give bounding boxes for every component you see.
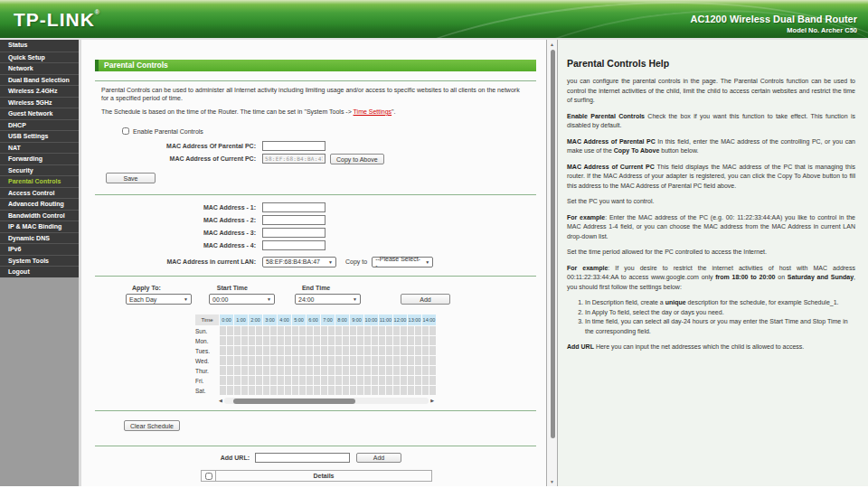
schedule-cell[interactable] [314,386,320,395]
schedule-cell[interactable] [249,386,255,395]
schedule-cell[interactable] [328,366,335,375]
schedule-cell[interactable] [249,346,255,355]
schedule-cell[interactable] [249,366,255,375]
schedule-cell[interactable] [429,336,436,345]
grid-scrollbar[interactable]: ◀ ▶ [219,398,434,404]
schedule-cell[interactable] [343,336,349,345]
sidebar-item-dual-band-selection[interactable]: Dual Band Selection [0,74,79,86]
schedule-cell[interactable] [372,356,378,365]
schedule-cell[interactable] [415,356,421,365]
schedule-cell[interactable] [270,356,277,365]
schedule-cell[interactable] [386,366,392,375]
schedule-cell[interactable] [321,346,327,355]
apply-to-select[interactable]: Each Day▼ [126,294,192,305]
schedule-cell[interactable] [408,356,414,365]
schedule-cell[interactable] [393,366,400,375]
schedule-cell[interactable] [401,336,407,345]
add-url-button[interactable]: Add [356,453,401,463]
schedule-cell[interactable] [285,366,291,375]
schedule-cell[interactable] [270,376,277,385]
sidebar-item-quick-setup[interactable]: Quick Setup [0,52,79,63]
schedule-cell[interactable] [292,356,298,365]
schedule-cell[interactable] [241,326,248,335]
schedule-cell[interactable] [227,376,233,385]
schedule-cell[interactable] [256,336,262,345]
schedule-cell[interactable] [401,356,407,365]
schedule-cell[interactable] [328,356,335,365]
schedule-cell[interactable] [249,356,255,365]
schedule-cell[interactable] [241,376,248,385]
schedule-cell[interactable] [234,366,241,375]
schedule-cell[interactable] [343,386,349,395]
schedule-cell[interactable] [263,366,269,375]
schedule-cell[interactable] [314,346,320,355]
schedule-cell[interactable] [314,336,320,345]
schedule-cell[interactable] [350,376,356,385]
schedule-cell[interactable] [335,376,342,385]
schedule-cell[interactable] [429,356,436,365]
schedule-cell[interactable] [278,376,284,385]
schedule-cell[interactable] [263,336,269,345]
schedule-cell[interactable] [422,336,429,345]
schedule-cell[interactable] [285,376,291,385]
schedule-cell[interactable] [220,386,226,395]
schedule-cell[interactable] [372,336,378,345]
schedule-cell[interactable] [234,376,241,385]
schedule-cell[interactable] [393,336,400,345]
schedule-cell[interactable] [285,356,291,365]
schedule-cell[interactable] [249,326,255,335]
schedule-cell[interactable] [408,326,414,335]
schedule-cell[interactable] [393,386,400,395]
schedule-cell[interactable] [335,346,342,355]
time-settings-link[interactable]: Time Settings [354,108,392,115]
schedule-cell[interactable] [379,326,385,335]
schedule-cell[interactable] [401,326,407,335]
schedule-cell[interactable] [350,336,356,345]
schedule-cell[interactable] [285,326,291,335]
schedule-cell[interactable] [364,356,371,365]
schedule-cell[interactable] [270,326,277,335]
sidebar-item-wireless-5ghz[interactable]: Wireless 5GHz [0,97,79,108]
sidebar-item-ipv6[interactable]: IPv6 [0,243,79,255]
sidebar-item-wireless-2-4ghz[interactable]: Wireless 2.4GHz [0,85,79,97]
schedule-cell[interactable] [307,346,313,355]
sidebar-item-logout[interactable]: Logout [0,266,79,277]
sidebar-item-dhcp[interactable]: DHCP [0,119,79,131]
start-time-select[interactable]: 00:00▼ [209,294,275,305]
schedule-cell[interactable] [364,386,371,395]
schedule-cell[interactable] [379,386,385,395]
schedule-cell[interactable] [408,376,414,385]
schedule-cell[interactable] [227,336,233,345]
schedule-cell[interactable] [379,376,385,385]
schedule-cell[interactable] [241,386,248,395]
schedule-cell[interactable] [429,346,436,355]
schedule-cell[interactable] [408,336,414,345]
schedule-cell[interactable] [408,366,414,375]
parental-mac-input[interactable] [262,141,326,151]
schedule-cell[interactable] [278,356,284,365]
schedule-cell[interactable] [256,356,262,365]
schedule-cell[interactable] [321,376,327,385]
select-all-checkbox[interactable] [205,473,212,480]
schedule-cell[interactable] [220,346,226,355]
schedule-cell[interactable] [307,356,313,365]
sidebar-item-bandwidth-control[interactable]: Bandwidth Control [0,210,79,221]
schedule-cell[interactable] [350,386,356,395]
schedule-cell[interactable] [299,386,306,395]
schedule-cell[interactable] [429,376,436,385]
schedule-cell[interactable] [270,336,277,345]
schedule-cell[interactable] [408,386,414,395]
schedule-cell[interactable] [386,336,392,345]
schedule-cell[interactable] [256,366,262,375]
schedule-cell[interactable] [328,376,335,385]
sidebar-item-status[interactable]: Status [0,40,79,52]
schedule-cell[interactable] [299,326,306,335]
schedule-cell[interactable] [270,366,277,375]
schedule-cell[interactable] [335,336,342,345]
schedule-cell[interactable] [227,366,233,375]
schedule-cell[interactable] [321,336,327,345]
schedule-cell[interactable] [278,336,284,345]
schedule-cell[interactable] [350,326,356,335]
schedule-cell[interactable] [401,376,407,385]
sidebar-item-ip-mac-binding[interactable]: IP & MAC Binding [0,221,79,232]
